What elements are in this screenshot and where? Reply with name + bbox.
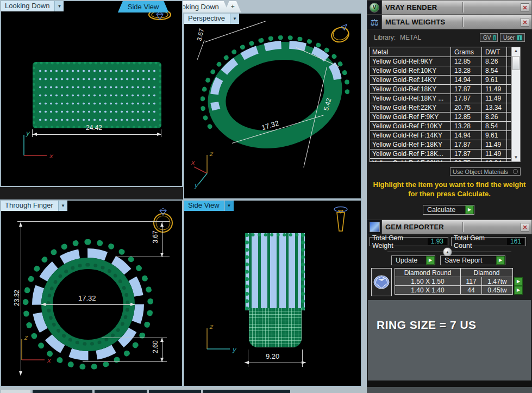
gem-reporter-panel-header[interactable]: GEM REPORTER ✕	[367, 220, 532, 234]
metal-table-row[interactable]: Yellow Gold-Ref F:22KY20.7513.34	[370, 158, 511, 162]
metal-cell: Yellow Gold-Ref:14KY	[370, 76, 451, 84]
metal-cell: Yellow Gold-Ref:22KY	[370, 103, 451, 112]
close-button[interactable]: ✕	[521, 223, 529, 232]
svg-text:y: y	[26, 129, 30, 137]
chevron-down-icon[interactable]: ▼	[230, 14, 239, 24]
metal-table-header: Metal Grams DWT	[370, 47, 511, 57]
column-header-grams[interactable]: Grams	[451, 47, 482, 57]
gem-cell: 117	[460, 277, 482, 286]
chevron-down-icon[interactable]: ▼	[224, 201, 234, 211]
metal-cell	[507, 131, 511, 140]
total-gem-weight-value: 1.93	[428, 238, 447, 245]
viewport-title-dropdown[interactable]: Perspective ▼	[184, 14, 239, 24]
viewport-title: Perspective	[184, 14, 230, 24]
scrollbar-thumb[interactable]	[512, 56, 520, 70]
gem-row-go-button[interactable]: ▶	[514, 277, 523, 286]
metal-table-row[interactable]: Yellow Gold-Ref:9KY12.858.26	[370, 57, 511, 66]
gem-report-table: Diamond Round Diamond 1.50 X 1.501171.47…	[371, 268, 523, 296]
gem-cell: 0.45tw	[481, 285, 513, 295]
add-viewport-tab[interactable]: +	[224, 1, 241, 13]
calculate-button[interactable]: Calculate ▶	[423, 205, 474, 215]
metal-table-row[interactable]: Yellow Gold-Ref:18KY ...17.8711.49	[370, 93, 511, 103]
metal-cell	[507, 57, 511, 66]
chevron-down-icon[interactable]: ▼	[58, 201, 67, 211]
metal-cell: 20.75	[451, 159, 482, 162]
gem-row-go-button[interactable]: ▶	[514, 286, 523, 295]
metal-cell: Yellow Gold-Ref F:18KY	[370, 140, 451, 149]
ring-side-basket-graphic	[249, 308, 302, 347]
go-arrow-icon: ▶	[426, 256, 435, 265]
user-label: User	[503, 35, 515, 41]
viewport-looking-down[interactable]: Looking Down ▼ 24.42 y x	[0, 0, 183, 187]
dimension-label: 3.67	[152, 230, 159, 243]
total-gem-count-label: Total Gem Count	[454, 234, 504, 249]
metal-cell: 20.75	[451, 103, 482, 112]
gem-table-row[interactable]: 1.40 X 1.40440.45tw▶	[395, 285, 523, 295]
viewport-title: Looking Down	[1, 1, 54, 11]
column-header-diamond[interactable]: Diamond	[460, 268, 513, 277]
dimension-label: 17.32	[78, 294, 96, 302]
metal-table-row[interactable]: Yellow Gold-Ref F:18KY17.8711.49	[370, 140, 511, 149]
metal-cell	[507, 113, 511, 121]
user-toggle-button[interactable]: User I	[500, 33, 525, 42]
metal-cell: 9.61	[482, 76, 507, 84]
metal-cell: Yellow Gold-Ref F:18K...	[370, 149, 451, 158]
chevron-down-icon[interactable]: ▼	[54, 1, 64, 11]
metal-weights-hint: Highlight the item you want to find the …	[367, 180, 532, 198]
scroll-down-icon[interactable]: ▼	[512, 154, 520, 161]
gem-cell: 44	[460, 285, 482, 295]
metal-cell: 13.34	[482, 103, 507, 112]
vray-icon: V	[367, 0, 382, 15]
dimension-line	[162, 338, 162, 362]
dimension-line	[41, 304, 135, 305]
metal-table-scrollbar[interactable]: ▲ ▼	[511, 47, 521, 162]
close-button[interactable]: ✕	[521, 3, 529, 12]
viewport-side-view[interactable]: Side View ▼ 9.20 z y	[183, 199, 362, 387]
viewport-through-finger[interactable]: Through Finger ▼ 23.32 17.32 3.67 2.60 z…	[0, 199, 183, 387]
status-bar-segment	[1, 390, 30, 393]
status-bar-segment	[203, 390, 290, 393]
metal-table-row[interactable]: Yellow Gold-Ref:14KY14.949.61	[370, 75, 511, 84]
column-header-diamond-round[interactable]: Diamond Round	[395, 268, 461, 277]
use-object-materials-button[interactable]: Use Object Materials	[450, 167, 521, 176]
metal-cell: 11.49	[482, 149, 507, 158]
metal-table-row[interactable]: Yellow Gold-Ref F:18K...17.8711.49	[370, 149, 511, 158]
viewport-divider	[362, 13, 367, 387]
metal-cell: Yellow Gold-Ref F:9KY	[370, 113, 451, 121]
scroll-up-icon[interactable]: ▲	[512, 47, 520, 55]
close-button[interactable]: ✕	[521, 18, 529, 27]
viewport-perspective[interactable]: Perspective ▼ 3.67 17.32 5.42 z x y	[183, 13, 362, 199]
viewport-title-dropdown[interactable]: Through Finger ▼	[1, 201, 67, 211]
metal-cell: 17.87	[451, 85, 482, 93]
save-report-button[interactable]: Save Report ▶	[440, 255, 505, 265]
metal-weights-panel-header[interactable]: ⚖ METAL WEIGHTS ✕	[367, 15, 532, 29]
notes-area: RING SIZE = 7 US	[368, 300, 531, 380]
update-button[interactable]: Update ▶	[391, 255, 435, 265]
gem-cell: 1.50 X 1.50	[395, 277, 461, 286]
metal-table-row[interactable]: Yellow Gold-Ref:18KY17.8711.49	[370, 84, 511, 93]
axis-indicator: z y	[202, 322, 243, 355]
tab-side-view[interactable]: Side View	[118, 1, 169, 13]
metal-table-row[interactable]: Yellow Gold-Ref F:14KY14.949.61	[370, 130, 511, 140]
metal-cell: 8.26	[482, 113, 507, 121]
gv-toggle-button[interactable]: GV I	[480, 33, 498, 42]
svg-text:z: z	[209, 150, 214, 158]
svg-text:z: z	[209, 323, 214, 330]
viewport-title-dropdown[interactable]: Looking Down ▼	[1, 1, 64, 11]
metal-table-row[interactable]: Yellow Gold-Ref:10KY13.288.54	[370, 66, 511, 75]
go-arrow-icon: ▶	[496, 256, 505, 265]
metal-cell: 8.26	[482, 57, 507, 66]
go-arrow-icon: ▶	[465, 205, 474, 214]
metal-cell: 14.94	[451, 76, 482, 84]
gem-table-row[interactable]: 1.50 X 1.501171.47tw▶	[395, 277, 523, 286]
metal-cell: Yellow Gold-Ref:9KY	[370, 57, 451, 66]
metal-table-row[interactable]: Yellow Gold-Ref F:10KY13.288.54	[370, 121, 511, 130]
metal-table-row[interactable]: Yellow Gold-Ref:22KY20.7513.34	[370, 103, 511, 112]
column-header-dwt[interactable]: DWT	[482, 47, 507, 57]
metal-cell	[507, 66, 511, 75]
metal-table-row[interactable]: Yellow Gold-Ref F:9KY12.858.26	[370, 112, 511, 121]
metal-cell: 13.28	[451, 66, 482, 75]
column-header-metal[interactable]: Metal	[370, 47, 451, 57]
vray-render-panel-header[interactable]: V VRAY RENDER ✕	[367, 0, 532, 15]
viewport-title-dropdown[interactable]: Side View ▼	[184, 201, 234, 211]
